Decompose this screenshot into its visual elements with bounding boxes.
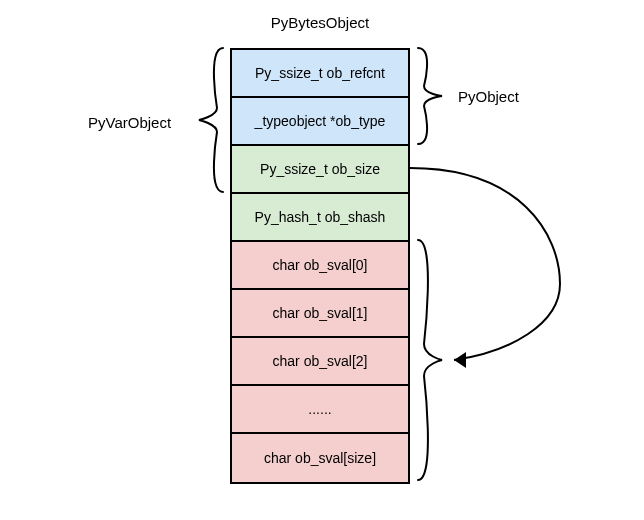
field-label: Py_ssize_t ob_size (260, 161, 380, 177)
struct-stack: Py_ssize_t ob_refcnt _typeobject *ob_typ… (230, 48, 410, 484)
field-label: Py_hash_t ob_shash (255, 209, 386, 225)
label-pyobject: PyObject (458, 88, 519, 105)
brace-pyvarobject (195, 48, 225, 192)
diagram-title: PyBytesObject (230, 14, 410, 31)
svg-marker-0 (454, 352, 466, 368)
field-ob-size: Py_ssize_t ob_size (232, 146, 408, 194)
field-ob-sval-2: char ob_sval[2] (232, 338, 408, 386)
field-label: char ob_sval[1] (273, 305, 368, 321)
size-to-sval-arrow (410, 164, 570, 374)
field-label: char ob_sval[size] (264, 450, 376, 466)
brace-pyobject (416, 48, 446, 144)
field-ob-sval-size: char ob_sval[size] (232, 434, 408, 482)
field-ob-sval-0: char ob_sval[0] (232, 242, 408, 290)
field-label: ...... (308, 401, 331, 417)
field-ob-sval-ellipsis: ...... (232, 386, 408, 434)
label-pyvarobject: PyVarObject (88, 114, 171, 131)
field-label: char ob_sval[2] (273, 353, 368, 369)
field-label: Py_ssize_t ob_refcnt (255, 65, 385, 81)
field-ob-refcnt: Py_ssize_t ob_refcnt (232, 50, 408, 98)
field-ob-sval-1: char ob_sval[1] (232, 290, 408, 338)
field-label: _typeobject *ob_type (255, 113, 386, 129)
field-label: char ob_sval[0] (273, 257, 368, 273)
field-ob-shash: Py_hash_t ob_shash (232, 194, 408, 242)
field-ob-type: _typeobject *ob_type (232, 98, 408, 146)
